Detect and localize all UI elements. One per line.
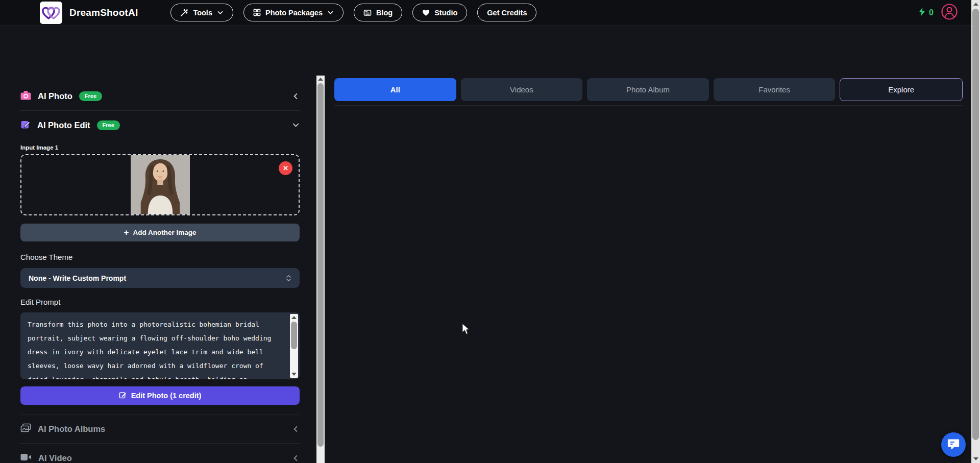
nav-photo-packages-label: Photo Packages	[265, 9, 323, 17]
camera-icon	[20, 90, 31, 102]
credits-counter[interactable]: 0	[918, 7, 934, 18]
chat-support-button[interactable]	[941, 432, 966, 457]
sidebar-item-ai-photo[interactable]: AI Photo Free	[20, 86, 300, 106]
chevron-down-icon	[217, 9, 224, 16]
wand-icon	[180, 9, 188, 17]
nav-studio-label: Studio	[434, 9, 457, 17]
plus-icon: +	[124, 228, 129, 238]
sidebar-item-ai-video[interactable]: AI Video	[20, 448, 300, 463]
gallery-panel: All Videos Photo Album Favorites Explore	[326, 26, 971, 463]
divider	[334, 105, 963, 106]
free-badge: Free	[79, 91, 102, 101]
tab-videos[interactable]: Videos	[461, 78, 583, 101]
heart-icon	[422, 9, 430, 16]
add-another-image-button[interactable]: + Add Another Image	[20, 224, 300, 241]
chevron-down-icon	[292, 121, 300, 129]
free-badge: Free	[97, 120, 120, 130]
grid-icon	[253, 9, 261, 16]
gallery-tabs: All Videos Photo Album Favorites Explore	[334, 78, 963, 101]
divider	[20, 443, 300, 444]
chat-bubble-icon	[947, 438, 960, 452]
edit-prompt-textarea[interactable]: Transform this photo into a photorealist…	[20, 312, 300, 379]
sidebar-item-label: AI Photo Edit	[37, 120, 90, 130]
nav-tools-button[interactable]: Tools	[170, 4, 233, 21]
nav-studio-button[interactable]: Studio	[412, 4, 467, 21]
select-updown-icon	[286, 275, 291, 282]
sidebar-scrollbar[interactable]	[316, 76, 325, 463]
choose-theme-label: Choose Theme	[20, 253, 300, 261]
edit-photo-submit-button[interactable]: Edit Photo (1 credit)	[20, 386, 300, 405]
divider	[20, 414, 300, 415]
remove-image-button[interactable]: ✕	[279, 161, 292, 175]
divider	[20, 110, 300, 111]
nav-photo-packages-button[interactable]: Photo Packages	[243, 4, 344, 21]
chevron-left-icon	[292, 92, 300, 100]
nav-blog-label: Blog	[376, 9, 393, 17]
nav-blog-button[interactable]: Blog	[354, 4, 402, 21]
video-camera-icon	[20, 453, 32, 463]
main-nav: Tools Photo Packages	[170, 4, 536, 21]
credits-count: 0	[929, 8, 934, 17]
window-scrollbar[interactable]	[971, 0, 980, 463]
brand-logo-hearts-icon	[40, 2, 62, 24]
chevron-down-icon	[327, 9, 334, 16]
edit-prompt-field: Transform this photo into a photorealist…	[20, 312, 300, 379]
nav-tools-label: Tools	[193, 9, 212, 17]
textarea-scrollbar[interactable]	[290, 314, 298, 378]
user-avatar-icon[interactable]	[941, 3, 958, 22]
sidebar-item-label: AI Photo	[38, 91, 72, 101]
albums-icon	[20, 423, 31, 435]
sidebar-item-label: AI Photo Albums	[38, 424, 105, 434]
lightning-icon	[918, 7, 926, 18]
brand[interactable]: DreamShootAI	[40, 2, 138, 24]
close-icon: ✕	[283, 164, 288, 172]
tab-favorites[interactable]: Favorites	[714, 78, 836, 101]
sidebar: AI Photo Free AI Photo Edit Free	[0, 26, 326, 463]
image-dropzone[interactable]: ✕	[20, 154, 300, 215]
edit-photo-submit-label: Edit Photo (1 credit)	[131, 392, 202, 400]
topbar: DreamShootAI Tools	[0, 0, 971, 26]
tab-explore[interactable]: Explore	[840, 78, 963, 101]
get-credits-button[interactable]: Get Credits	[477, 4, 536, 21]
edit-icon	[20, 119, 31, 131]
theme-select[interactable]: None - Write Custom Prompt	[20, 268, 300, 288]
pencil-icon	[119, 391, 127, 400]
chevron-left-icon	[292, 454, 300, 462]
uploaded-portrait-image	[131, 155, 190, 214]
edit-prompt-label: Edit Prompt	[20, 298, 300, 306]
sidebar-item-ai-photo-albums[interactable]: AI Photo Albums	[20, 419, 300, 439]
dreamshootai-app: DreamShootAI Tools	[0, 0, 980, 463]
sidebar-item-label: AI Video	[38, 453, 72, 463]
blog-icon	[363, 9, 372, 17]
input-image-label: Input Image 1	[20, 144, 300, 151]
tab-all[interactable]: All	[334, 78, 456, 101]
topbar-right: 0	[918, 3, 958, 22]
add-another-image-label: Add Another Image	[133, 229, 196, 236]
brand-name: DreamShootAI	[69, 7, 138, 18]
chevron-left-icon	[292, 425, 300, 433]
tab-photo-album[interactable]: Photo Album	[587, 78, 709, 101]
get-credits-label: Get Credits	[487, 9, 527, 17]
sidebar-item-ai-photo-edit[interactable]: AI Photo Edit Free	[20, 115, 300, 135]
theme-select-value: None - Write Custom Prompt	[29, 274, 126, 282]
